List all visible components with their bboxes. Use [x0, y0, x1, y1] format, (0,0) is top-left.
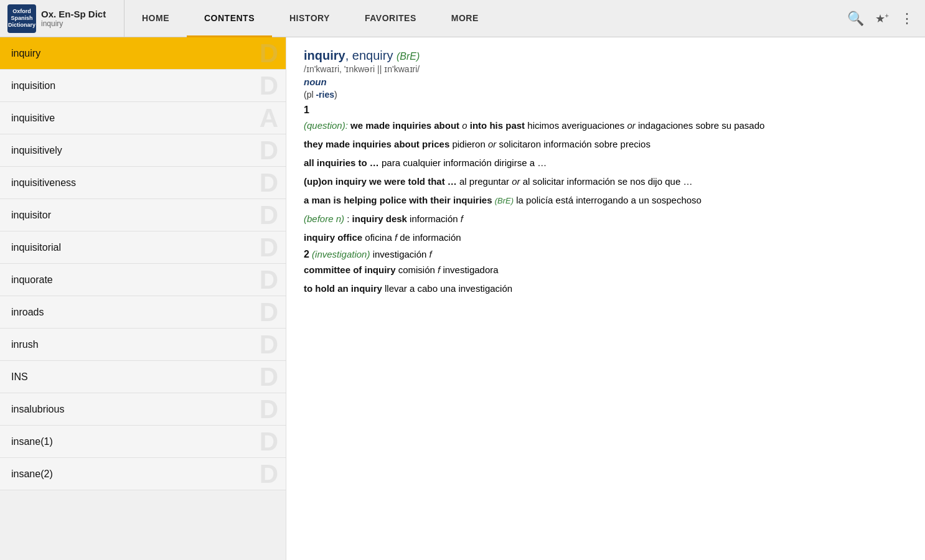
sense-1-block: (question): we made inquiries about o in…	[304, 118, 908, 133]
list-item[interactable]: inquisitively	[0, 134, 286, 167]
tab-home[interactable]: HOME	[124, 1, 187, 37]
example-2-or: or	[488, 139, 496, 149]
list-item[interactable]: inquisitive	[0, 102, 286, 134]
search-icon[interactable]: 🔍	[847, 11, 864, 27]
sense-1-before-n: (before n) : inquiry desk información f	[304, 212, 908, 226]
nav-right-icons: 🔍 ★+ ⋮	[836, 0, 925, 37]
tab-history[interactable]: HISTORY	[272, 1, 347, 37]
before-n-label: (before n)	[304, 213, 344, 224]
logo-text: Ox. En-Sp Dict inquiry	[41, 9, 106, 28]
example-3-bold: all inquiries to …	[304, 157, 379, 168]
list-item[interactable]: inquisitorial	[0, 231, 286, 264]
sense-1-compound2: inquiry office oficina f de información	[304, 230, 908, 245]
plural-form[interactable]: -ries	[316, 90, 334, 100]
example-1-bold2: into his past	[470, 120, 525, 131]
list-item[interactable]: inquisitor	[0, 199, 286, 231]
sense-2-label: (investigation)	[312, 249, 370, 259]
entry-variant: , enquiry	[345, 49, 397, 62]
phrase-1-gender: f	[438, 264, 440, 275]
compound-1-bold: inquiry desk	[352, 213, 407, 224]
entry-pronunciation: /ɪn'kwaɪri, 'ɪnkwəri || ɪn'kwaɪri/	[304, 64, 908, 74]
list-item[interactable]: inrush	[0, 329, 286, 361]
entry-region-tag: (BrE)	[397, 51, 420, 62]
app-logo: Oxford Spanish Dictionary	[7, 4, 36, 33]
logo-line2: Spanish	[11, 15, 32, 22]
list-item[interactable]: insane(1)	[0, 426, 286, 458]
logo-line1: Oxford	[12, 8, 31, 15]
more-menu-icon[interactable]: ⋮	[900, 11, 914, 27]
nav-tabs: HOME CONTENTS HISTORY FAVORITES MORE	[124, 0, 836, 37]
app-subtitle: inquiry	[41, 19, 106, 28]
example-5-bold: a man is helping police with their inqui…	[304, 195, 492, 205]
entry-plural: (pl -ries)	[304, 90, 908, 100]
entry-headword: inquiry	[304, 49, 345, 62]
list-item[interactable]: insalubrious	[0, 393, 286, 426]
entry-pos-line: noun	[304, 77, 908, 87]
list-item[interactable]: inquisition	[0, 70, 286, 102]
example-4-bold: (up)on inquiry we were told that …	[304, 176, 457, 187]
logo-area: Oxford Spanish Dictionary Ox. En-Sp Dict…	[0, 0, 124, 37]
sense-number-1: 1	[304, 105, 908, 116]
logo-line3: Dictionary	[8, 22, 35, 29]
list-item[interactable]: insane(2)	[0, 458, 286, 490]
example-1-or: or	[627, 120, 635, 131]
example-5-bre: (BrE)	[495, 196, 514, 205]
tab-more[interactable]: MORE	[434, 1, 496, 37]
list-item[interactable]: INS	[0, 361, 286, 393]
tab-contents[interactable]: CONTENTS	[187, 1, 272, 37]
word-list-sidebar: inquiry inquisition inquisitive inquisit…	[0, 37, 286, 560]
sense-1-example2: they made inquiries about prices pidiero…	[304, 137, 908, 152]
tab-favorites[interactable]: FAVORITES	[347, 1, 434, 37]
example-1-bold1: we made inquiries about	[350, 120, 459, 131]
sense-1-label: (question):	[304, 120, 348, 131]
example-4-or: or	[512, 176, 520, 187]
phrase-2-bold: to hold an inquiry	[304, 283, 382, 294]
sense-2-phrase1: committee of inquiry comisión f investig…	[304, 263, 908, 278]
list-item[interactable]: inquorate	[0, 264, 286, 296]
header: Oxford Spanish Dictionary Ox. En-Sp Dict…	[0, 0, 925, 37]
add-favorite-icon[interactable]: ★+	[875, 12, 889, 26]
main-area: inquiry inquisition inquisitive inquisit…	[0, 37, 925, 560]
compound-2-gender: f	[395, 232, 397, 243]
app-title: Ox. En-Sp Dict	[41, 9, 106, 19]
sense-1-example3: all inquiries to … para cualquier inform…	[304, 156, 908, 170]
compound-1-gender: f	[461, 213, 463, 224]
sense-1-example5: a man is helping police with their inqui…	[304, 193, 908, 208]
sense-1-example4: (up)on inquiry we were told that … al pr…	[304, 174, 908, 189]
phrase-1-bold: committee of inquiry	[304, 264, 396, 275]
example-2-bold: they made inquiries about prices	[304, 139, 449, 149]
list-item[interactable]: inquisitiveness	[0, 167, 286, 199]
entry-content-panel: inquiry, enquiry (BrE) /ɪn'kwaɪri, 'ɪnkw…	[286, 37, 925, 560]
sense-2-wrapper: 2 (investigation) investigación f	[304, 249, 908, 260]
compound-2-bold: inquiry office	[304, 232, 362, 243]
sense-2-gender: f	[430, 249, 432, 259]
list-item[interactable]: inroads	[0, 296, 286, 329]
sense-2-phrase2: to hold an inquiry llevar a cabo una inv…	[304, 281, 908, 296]
sense-number-2: 2	[304, 249, 309, 259]
entry-pos: noun	[304, 77, 327, 87]
list-item[interactable]: inquiry	[0, 37, 286, 70]
example-1-italic1: o	[462, 120, 467, 131]
entry-headword-line: inquiry, enquiry (BrE)	[304, 49, 908, 63]
